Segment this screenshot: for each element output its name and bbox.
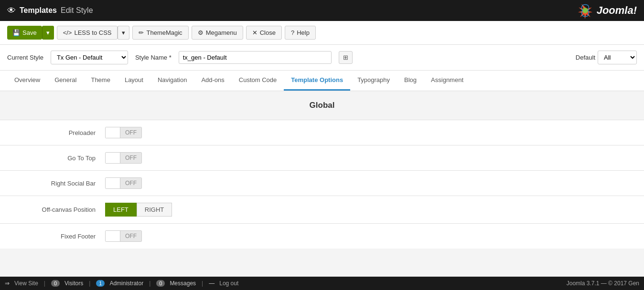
fixed-footer-label: Fixed Footer bbox=[0, 224, 105, 249]
offcanvas-position-group: LEFT RIGHT bbox=[105, 203, 172, 217]
tab-typography[interactable]: Typography bbox=[350, 71, 397, 91]
joomla-logo: Joomla! bbox=[577, 2, 637, 19]
code-icon: </> bbox=[63, 29, 72, 36]
toggle-off-label: OFF bbox=[120, 127, 141, 138]
less-to-css-dropdown-button[interactable]: ▾ bbox=[118, 26, 129, 40]
help-button[interactable]: ? Help bbox=[285, 26, 316, 40]
table-row: Fixed Footer OFF bbox=[0, 224, 644, 249]
less-to-css-button[interactable]: </> LESS to CSS bbox=[57, 26, 118, 40]
style-name-label: Style Name * bbox=[135, 54, 172, 61]
magic-icon: ✏ bbox=[139, 29, 144, 36]
right-social-bar-control: OFF bbox=[105, 171, 644, 196]
tab-assignment[interactable]: Assignment bbox=[424, 71, 471, 91]
current-style-label: Current Style bbox=[7, 54, 43, 61]
toggle-off-label: OFF bbox=[120, 178, 141, 188]
tab-addons[interactable]: Add-ons bbox=[194, 71, 231, 91]
section-title: Global bbox=[0, 101, 644, 110]
toolbar: 💾 Save ▾ </> LESS to CSS ▾ ✏ ThemeMagic … bbox=[0, 21, 644, 45]
tab-blog[interactable]: Blog bbox=[397, 71, 424, 91]
go-to-top-label: Go To Top bbox=[0, 145, 105, 171]
current-style-select[interactable]: Tx Gen - Default bbox=[51, 51, 128, 64]
content-area: Global Preloader OFF Go To Top OFF bbox=[0, 91, 644, 258]
toggle-off-area bbox=[106, 231, 120, 241]
offcanvas-position-control: LEFT RIGHT bbox=[105, 196, 644, 224]
offcanvas-right-button[interactable]: RIGHT bbox=[137, 203, 172, 217]
question-icon: ? bbox=[291, 29, 294, 36]
chevron-down-icon: ▾ bbox=[46, 29, 50, 36]
save-icon: 💾 bbox=[12, 29, 20, 36]
svg-point-0 bbox=[582, 8, 588, 13]
tab-layout[interactable]: Layout bbox=[118, 71, 150, 91]
fixed-footer-toggle[interactable]: OFF bbox=[105, 230, 142, 242]
right-social-bar-label: Right Social Bar bbox=[0, 171, 105, 196]
toggle-off-label: OFF bbox=[120, 231, 141, 241]
preloader-label: Preloader bbox=[0, 120, 105, 145]
theme-magic-button[interactable]: ✏ ThemeMagic bbox=[132, 26, 188, 40]
table-row: Off-canvas Position LEFT RIGHT bbox=[0, 196, 644, 224]
settings-table: Preloader OFF Go To Top OFF Right Social… bbox=[0, 120, 644, 249]
go-to-top-control: OFF bbox=[105, 145, 644, 171]
save-button-group: 💾 Save ▾ bbox=[7, 26, 54, 40]
style-name-icon-button[interactable]: ⊞ bbox=[339, 51, 353, 64]
eye-icon: 👁 bbox=[7, 6, 16, 16]
go-to-top-toggle[interactable]: OFF bbox=[105, 152, 142, 164]
preloader-toggle[interactable]: OFF bbox=[105, 127, 142, 138]
close-button[interactable]: ✕ Close bbox=[246, 26, 282, 40]
less-to-css-group: </> LESS to CSS ▾ bbox=[57, 26, 130, 40]
table-row: Preloader OFF bbox=[0, 120, 644, 145]
toggle-off-label: OFF bbox=[120, 153, 141, 163]
table-row: Go To Top OFF bbox=[0, 145, 644, 171]
offcanvas-position-label: Off-canvas Position bbox=[0, 196, 105, 224]
all-select-wrapper[interactable]: All bbox=[598, 51, 637, 64]
toggle-off-area bbox=[106, 127, 120, 138]
toggle-off-area bbox=[106, 153, 120, 163]
tab-overview[interactable]: Overview bbox=[7, 71, 47, 91]
close-icon: ✕ bbox=[252, 29, 258, 36]
default-group: Default All bbox=[576, 51, 637, 64]
top-bar: 👁 Templates Edit Style Joomla! bbox=[0, 0, 644, 21]
chevron-down-icon: ▾ bbox=[122, 29, 125, 36]
style-row: Current Style Tx Gen - Default Style Nam… bbox=[0, 45, 644, 71]
edit-style-label: Edit Style bbox=[61, 6, 93, 15]
save-button[interactable]: 💾 Save bbox=[7, 26, 42, 40]
tab-theme[interactable]: Theme bbox=[84, 71, 117, 91]
save-dropdown-button[interactable]: ▾ bbox=[42, 26, 54, 40]
toggle-off-area bbox=[106, 178, 120, 188]
right-social-bar-toggle[interactable]: OFF bbox=[105, 177, 142, 189]
tab-custom-code[interactable]: Custom Code bbox=[232, 71, 284, 91]
current-style-select-wrapper[interactable]: Tx Gen - Default bbox=[51, 51, 128, 64]
offcanvas-left-button[interactable]: LEFT bbox=[105, 203, 137, 217]
all-select[interactable]: All bbox=[598, 51, 636, 64]
megamenu-button[interactable]: ⚙ Megamenu bbox=[192, 26, 243, 40]
table-row: Right Social Bar OFF bbox=[0, 171, 644, 196]
style-name-input[interactable] bbox=[179, 51, 332, 64]
templates-label: Templates bbox=[20, 6, 57, 15]
app-title: 👁 Templates Edit Style bbox=[7, 6, 93, 16]
megamenu-icon: ⚙ bbox=[198, 29, 204, 36]
tab-navigation[interactable]: Navigation bbox=[150, 71, 194, 91]
fixed-footer-control: OFF bbox=[105, 224, 644, 249]
joomla-text: Joomla! bbox=[597, 4, 637, 17]
tabs-bar: Overview General Theme Layout Navigation… bbox=[0, 71, 644, 91]
tab-template-options[interactable]: Template Options bbox=[284, 71, 350, 91]
preloader-control: OFF bbox=[105, 120, 644, 145]
default-label: Default bbox=[576, 54, 595, 61]
tab-general[interactable]: General bbox=[47, 71, 84, 91]
